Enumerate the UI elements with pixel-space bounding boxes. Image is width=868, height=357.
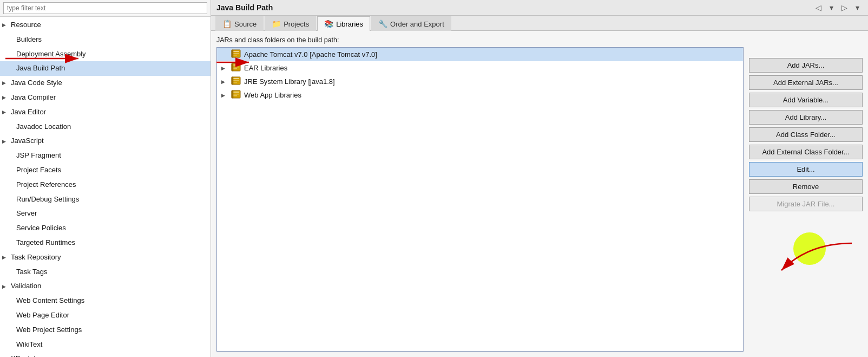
sidebar-item-label: JavaScript bbox=[11, 135, 44, 147]
sidebar-item-jsp-fragment[interactable]: JSP Fragment bbox=[0, 148, 211, 163]
tab-order-and-export[interactable]: 🔧Order and Export bbox=[371, 16, 451, 31]
forward-icon[interactable]: ▷ bbox=[839, 2, 850, 13]
expand-arrow-icon: ▶ bbox=[2, 254, 10, 261]
lib-item-0[interactable]: Apache Tomcat v7.0 [Apache Tomcat v7.0] bbox=[217, 48, 743, 61]
sidebar-item-label: Deployment Assembly bbox=[16, 49, 86, 60]
content-area: JARs and class folders on the build path… bbox=[211, 31, 868, 357]
tab-projects[interactable]: 📁Projects bbox=[265, 16, 316, 31]
sidebar-item-server[interactable]: Server bbox=[0, 206, 211, 221]
sidebar-item-wikitext[interactable]: WikiText bbox=[0, 337, 211, 352]
sidebar-item-rundebug-settings[interactable]: Run/Debug Settings bbox=[0, 192, 211, 207]
svg-rect-2 bbox=[233, 53, 239, 54]
sidebar-item-web-content-settings[interactable]: Web Content Settings bbox=[0, 294, 211, 308]
tab-label: Projects bbox=[284, 20, 309, 28]
sidebar-item-label: Task Repository bbox=[11, 252, 61, 263]
svg-rect-12 bbox=[233, 80, 239, 81]
tab-source[interactable]: 📋Source bbox=[215, 16, 264, 31]
filter-input[interactable] bbox=[3, 2, 207, 14]
sidebar-item-label: Java Compiler bbox=[11, 92, 56, 103]
sidebar-item-label: Targeted Runtimes bbox=[16, 237, 75, 249]
lib-expand-arrow: ▶ bbox=[221, 66, 228, 71]
sidebar-item-java-build-path[interactable]: Java Build Path bbox=[0, 61, 211, 76]
projects-tab-icon: 📁 bbox=[272, 20, 281, 28]
lib-item-2[interactable]: ▶ JRE System Library [java1.8] bbox=[217, 75, 743, 88]
lib-item-1[interactable]: ▶ EAR Libraries bbox=[217, 61, 743, 75]
panel-toolbar: ◁ ▾ ▷ ▾ bbox=[813, 2, 863, 13]
sidebar-item-label: WikiText bbox=[16, 339, 42, 350]
sidebar-item-task-repository[interactable]: ▶Task Repository bbox=[0, 250, 211, 265]
sidebar: ▶ResourceBuildersDeployment AssemblyJava… bbox=[0, 0, 211, 357]
svg-rect-17 bbox=[233, 94, 239, 95]
sidebar-item-label: Java Code Style bbox=[11, 77, 62, 89]
buttons-panel: Add JARs...Add External JARs...Add Varia… bbox=[749, 47, 863, 352]
sidebar-item-java-editor[interactable]: ▶Java Editor bbox=[0, 105, 211, 120]
svg-rect-4 bbox=[232, 50, 233, 57]
sidebar-item-javadoc-location[interactable]: Javadoc Location bbox=[0, 120, 211, 134]
sidebar-item-label: Web Content Settings bbox=[16, 295, 84, 307]
libraries-tab-icon: 📚 bbox=[324, 20, 333, 28]
add-jars-button[interactable]: Add JARs... bbox=[749, 58, 863, 73]
lib-item-label: Web App Libraries bbox=[244, 91, 301, 99]
svg-rect-1 bbox=[233, 51, 239, 52]
remove-button[interactable]: Remove bbox=[749, 179, 863, 194]
sidebar-item-web-project-settings[interactable]: Web Project Settings bbox=[0, 323, 211, 337]
source-tab-icon: 📋 bbox=[222, 20, 232, 28]
lib-expand-arrow: ▶ bbox=[221, 93, 228, 98]
add-variable-button[interactable]: Add Variable... bbox=[749, 93, 863, 107]
lib-item-label: EAR Libraries bbox=[244, 64, 287, 72]
down-icon[interactable]: ▾ bbox=[826, 2, 837, 13]
lib-item-3[interactable]: ▶ Web App Libraries bbox=[217, 88, 743, 102]
library-list: Apache Tomcat v7.0 [Apache Tomcat v7.0]▶… bbox=[216, 47, 744, 352]
expand-arrow-icon: ▶ bbox=[2, 79, 10, 87]
sidebar-item-label: Web Page Editor bbox=[16, 310, 69, 321]
sidebar-item-validation[interactable]: ▶Validation bbox=[0, 279, 211, 294]
expand-arrow-icon: ▶ bbox=[2, 355, 10, 357]
svg-rect-16 bbox=[233, 92, 239, 93]
add-external-class-folder-button[interactable]: Add External Class Folder... bbox=[749, 145, 863, 159]
sidebar-item-xdoclet[interactable]: ▶XDoclet bbox=[0, 352, 211, 357]
sidebar-item-web-page-editor[interactable]: Web Page Editor bbox=[0, 308, 211, 323]
build-path-description: JARs and class folders on the build path… bbox=[216, 36, 863, 44]
back-icon[interactable]: ◁ bbox=[813, 2, 824, 13]
menu-icon[interactable]: ▾ bbox=[852, 2, 863, 13]
add-external-jars-button[interactable]: Add External JARs... bbox=[749, 75, 863, 90]
sidebar-item-label: Run/Debug Settings bbox=[16, 194, 79, 205]
lib-item-label: JRE System Library [java1.8] bbox=[244, 77, 335, 86]
sidebar-item-javascript[interactable]: ▶JavaScript bbox=[0, 134, 211, 148]
sidebar-item-java-code-style[interactable]: ▶Java Code Style bbox=[0, 76, 211, 90]
sidebar-item-task-tags[interactable]: Task Tags bbox=[0, 265, 211, 280]
panel-title: Java Build Path bbox=[216, 3, 273, 12]
sidebar-item-label: XDoclet bbox=[11, 353, 36, 357]
sidebar-item-service-policies[interactable]: Service Policies bbox=[0, 221, 211, 236]
sidebar-item-label: Resource bbox=[11, 20, 41, 31]
svg-rect-14 bbox=[232, 77, 233, 85]
library-list-container: Apache Tomcat v7.0 [Apache Tomcat v7.0]▶… bbox=[216, 47, 744, 352]
sidebar-item-label: Validation bbox=[11, 281, 41, 292]
expand-arrow-icon: ▶ bbox=[2, 283, 10, 290]
svg-rect-6 bbox=[233, 64, 239, 66]
book-icon bbox=[231, 76, 241, 87]
expand-arrow-icon: ▶ bbox=[2, 108, 10, 116]
sidebar-item-targeted-runtimes[interactable]: Targeted Runtimes bbox=[0, 236, 211, 250]
expand-arrow-icon: ▶ bbox=[2, 138, 10, 145]
sidebar-item-label: Builders bbox=[16, 34, 42, 46]
add-library-button[interactable]: Add Library... bbox=[749, 110, 863, 125]
sidebar-item-project-references[interactable]: Project References bbox=[0, 178, 211, 192]
tab-label: Source bbox=[234, 20, 257, 28]
panel-header: Java Build Path ◁ ▾ ▷ ▾ bbox=[211, 0, 868, 16]
sidebar-list: ▶ResourceBuildersDeployment AssemblyJava… bbox=[0, 17, 211, 357]
svg-rect-11 bbox=[233, 78, 239, 79]
sidebar-item-java-compiler[interactable]: ▶Java Compiler bbox=[0, 90, 211, 105]
sidebar-item-project-facets[interactable]: Project Facets bbox=[0, 163, 211, 178]
lib-expand-arrow: ▶ bbox=[221, 79, 228, 85]
order and export-tab-icon: 🔧 bbox=[378, 20, 387, 28]
sidebar-item-builders[interactable]: Builders bbox=[0, 33, 211, 47]
edit-button[interactable]: Edit... bbox=[749, 162, 863, 177]
sidebar-item-resource[interactable]: ▶Resource bbox=[0, 18, 211, 33]
sidebar-item-label: Task Tags bbox=[16, 267, 48, 278]
book-icon bbox=[231, 49, 241, 60]
add-class-folder-button[interactable]: Add Class Folder... bbox=[749, 127, 863, 142]
filter-container bbox=[0, 0, 211, 17]
tab-libraries[interactable]: 📚Libraries bbox=[317, 16, 370, 31]
sidebar-item-deployment-assembly[interactable]: Deployment Assembly bbox=[0, 47, 211, 62]
